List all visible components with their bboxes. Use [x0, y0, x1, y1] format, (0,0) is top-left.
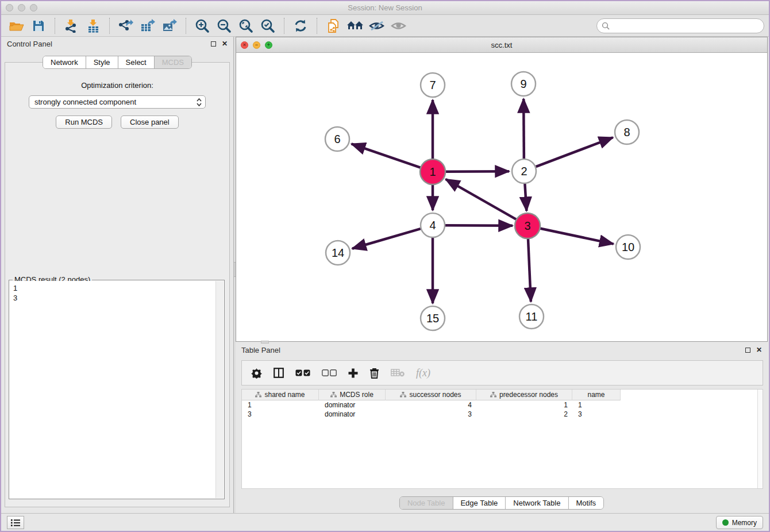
table-cell[interactable]: 1 [572, 400, 621, 410]
network-canvas[interactable]: 7968124314101511 [236, 53, 767, 341]
graph-node-7[interactable]: 7 [421, 73, 445, 97]
hide-selected-button[interactable] [366, 17, 388, 35]
table-cell[interactable]: 2 [476, 410, 572, 419]
table-cell[interactable]: 4 [386, 400, 476, 410]
table-settings-button[interactable] [251, 368, 262, 379]
table-panel-header: Table Panel ✕ [236, 343, 768, 357]
table-cell[interactable]: 3 [572, 410, 621, 419]
edge-3-10[interactable] [540, 229, 614, 244]
column-header-MCDS-role[interactable]: MCDS role [319, 390, 386, 400]
svg-text:1: 1 [429, 165, 436, 178]
float-table-panel-icon[interactable] [745, 348, 750, 353]
minimize-window-icon[interactable] [18, 4, 25, 11]
show-all-button[interactable] [388, 17, 410, 35]
delete-column-button[interactable] [369, 368, 379, 379]
first-neighbors-button[interactable] [344, 17, 366, 35]
edge-2-9[interactable] [523, 99, 524, 159]
edge-4-3[interactable] [445, 225, 513, 226]
close-panel-button[interactable]: Close panel [121, 115, 179, 129]
export-image-button[interactable] [159, 17, 180, 35]
run-mcds-button[interactable]: Run MCDS [56, 115, 112, 129]
graph-node-1[interactable]: 1 [420, 159, 445, 184]
close-panel-icon[interactable]: ✕ [222, 40, 228, 47]
maximize-network-icon[interactable]: + [265, 41, 272, 49]
deselect-all-rows-button[interactable] [322, 369, 337, 376]
float-panel-icon[interactable] [211, 41, 216, 47]
edge-3-11[interactable] [528, 238, 531, 302]
edge-4-14[interactable] [352, 229, 421, 249]
edge-3-1[interactable] [446, 179, 517, 219]
graph-node-10[interactable]: 10 [616, 235, 640, 259]
column-header-shared-name[interactable]: shared name [242, 390, 319, 400]
export-table-button[interactable] [137, 17, 159, 35]
tab-style[interactable]: Style [86, 56, 118, 68]
task-history-button[interactable] [7, 516, 24, 529]
table-scrollbar[interactable] [757, 390, 763, 488]
checked-boxes-icon [295, 369, 310, 376]
table-cell[interactable]: 3 [386, 410, 476, 419]
zoom-fit-button[interactable] [235, 17, 257, 35]
search-input[interactable] [596, 18, 764, 33]
mcds-result-item[interactable]: 3 [13, 293, 215, 303]
toolbar-separator [317, 18, 317, 34]
show-column-button[interactable] [274, 368, 284, 378]
svg-text:14: 14 [332, 246, 344, 259]
result-scrollbar[interactable] [215, 281, 224, 498]
edge-1-2[interactable] [445, 171, 509, 172]
table-cell[interactable]: dominator [319, 400, 386, 410]
graph-node-8[interactable]: 8 [615, 120, 639, 144]
edge-2-8[interactable] [536, 137, 613, 167]
graph-node-2[interactable]: 2 [512, 159, 536, 183]
import-network-button[interactable] [60, 17, 82, 35]
edge-2-3[interactable] [525, 184, 526, 211]
import-table-button[interactable] [82, 17, 104, 35]
table-row[interactable]: 3dominator323 [242, 410, 763, 419]
mcds-result-list[interactable]: 13 [10, 281, 215, 498]
graph-node-9[interactable]: 9 [511, 72, 536, 96]
tab-mcds[interactable]: MCDS [155, 56, 191, 68]
column-header-predecessor-nodes[interactable]: predecessor nodes [476, 390, 572, 400]
column-header-successor-nodes[interactable]: successor nodes [386, 390, 476, 400]
tab-motifs[interactable]: Motifs [568, 497, 603, 509]
tab-network[interactable]: Network [43, 56, 86, 68]
table-cell[interactable]: 1 [476, 400, 572, 410]
graph-node-6[interactable]: 6 [325, 127, 349, 151]
select-all-rows-button[interactable] [295, 369, 310, 376]
zoom-selected-button[interactable] [257, 17, 279, 35]
column-header-name[interactable]: name [572, 390, 621, 400]
graph-node-3[interactable]: 3 [515, 213, 540, 238]
tab-select[interactable]: Select [118, 56, 155, 68]
zoom-in-icon [195, 18, 210, 33]
minimize-network-icon[interactable]: − [253, 41, 260, 49]
add-column-button[interactable] [348, 368, 358, 378]
new-network-from-selection-button[interactable] [322, 17, 344, 35]
graph-node-11[interactable]: 11 [519, 304, 544, 329]
memory-button[interactable]: Memory [716, 516, 763, 529]
tab-network-table[interactable]: Network Table [506, 497, 568, 509]
zoom-out-button[interactable] [213, 17, 235, 35]
graph-node-4[interactable]: 4 [421, 213, 445, 237]
save-session-button[interactable] [28, 17, 49, 35]
main-toolbar [1, 15, 769, 37]
graph-node-15[interactable]: 15 [421, 306, 445, 330]
table-cell[interactable]: 3 [242, 410, 319, 419]
refresh-layout-button[interactable] [290, 17, 311, 35]
criterion-dropdown[interactable]: strongly connected component [29, 95, 206, 109]
network-graph[interactable]: 7968124314101511 [236, 53, 769, 341]
export-network-button[interactable] [115, 17, 137, 35]
close-table-panel-icon[interactable]: ✕ [756, 346, 762, 353]
close-network-icon[interactable]: × [241, 41, 248, 49]
table-cell[interactable]: 1 [242, 400, 319, 410]
table-row[interactable]: 1dominator411 [242, 400, 763, 410]
mcds-result-item[interactable]: 1 [13, 283, 215, 293]
edge-1-6[interactable] [352, 144, 421, 167]
tab-node-table[interactable]: Node Table [400, 497, 453, 509]
open-file-button[interactable] [6, 17, 28, 35]
close-window-icon[interactable] [6, 4, 13, 11]
graph-node-14[interactable]: 14 [326, 241, 350, 265]
maximize-window-icon[interactable] [30, 4, 37, 11]
plus-icon [348, 368, 358, 378]
tab-edge-table[interactable]: Edge Table [453, 497, 506, 509]
table-cell[interactable]: dominator [319, 410, 386, 419]
zoom-in-button[interactable] [191, 17, 213, 35]
